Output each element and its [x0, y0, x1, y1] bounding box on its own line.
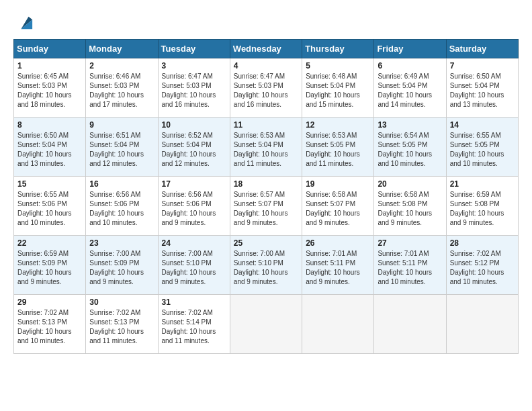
- calendar-week-4: 15Sunrise: 6:55 AMSunset: 5:06 PMDayligh…: [14, 177, 519, 236]
- calendar-cell: 18Sunrise: 6:57 AMSunset: 5:07 PMDayligh…: [230, 177, 302, 236]
- calendar-cell: 22Sunrise: 6:59 AMSunset: 5:09 PMDayligh…: [14, 236, 86, 295]
- calendar-cell: [302, 295, 374, 354]
- day-info: Sunrise: 6:51 AMSunset: 5:04 PMDaylight:…: [89, 131, 154, 169]
- day-number: 16: [89, 179, 154, 189]
- calendar-cell: 14Sunrise: 6:55 AMSunset: 5:05 PMDayligh…: [446, 118, 518, 177]
- day-number: 19: [306, 179, 370, 189]
- day-number: 9: [89, 120, 154, 130]
- day-number: 30: [89, 298, 154, 307]
- calendar-header-row: SundayMondayTuesdayWednesdayThursdayFrid…: [14, 40, 519, 58]
- day-number: 23: [89, 238, 154, 248]
- calendar-week-6: 29Sunrise: 7:02 AMSunset: 5:13 PMDayligh…: [14, 295, 519, 354]
- calendar-cell: 6Sunrise: 6:49 AMSunset: 5:04 PMDaylight…: [374, 58, 446, 118]
- calendar-cell: 19Sunrise: 6:58 AMSunset: 5:07 PMDayligh…: [302, 177, 374, 236]
- day-info: Sunrise: 6:47 AMSunset: 5:03 PMDaylight:…: [162, 72, 226, 109]
- day-info: Sunrise: 6:54 AMSunset: 5:05 PMDaylight:…: [378, 131, 442, 169]
- day-info: Sunrise: 6:47 AMSunset: 5:03 PMDaylight:…: [234, 72, 298, 109]
- day-number: 26: [306, 238, 370, 248]
- day-number: 27: [378, 238, 442, 248]
- calendar-cell: 9Sunrise: 6:51 AMSunset: 5:04 PMDaylight…: [86, 118, 158, 177]
- day-info: Sunrise: 6:55 AMSunset: 5:06 PMDaylight:…: [17, 190, 82, 228]
- day-info: Sunrise: 6:57 AMSunset: 5:07 PMDaylight:…: [234, 190, 298, 228]
- page-header: [13, 13, 519, 32]
- day-number: 13: [378, 120, 442, 130]
- calendar-cell: 27Sunrise: 7:01 AMSunset: 5:11 PMDayligh…: [374, 236, 446, 295]
- calendar-cell: 20Sunrise: 6:58 AMSunset: 5:08 PMDayligh…: [374, 177, 446, 236]
- calendar-cell: 28Sunrise: 7:02 AMSunset: 5:12 PMDayligh…: [446, 236, 518, 295]
- day-info: Sunrise: 6:49 AMSunset: 5:04 PMDaylight:…: [378, 72, 442, 109]
- calendar-cell: 10Sunrise: 6:52 AMSunset: 5:04 PMDayligh…: [158, 118, 230, 177]
- calendar-cell: 31Sunrise: 7:02 AMSunset: 5:14 PMDayligh…: [158, 295, 230, 354]
- calendar-cell: 29Sunrise: 7:02 AMSunset: 5:13 PMDayligh…: [14, 295, 86, 354]
- calendar-cell: 13Sunrise: 6:54 AMSunset: 5:05 PMDayligh…: [374, 118, 446, 177]
- calendar-cell: 16Sunrise: 6:56 AMSunset: 5:06 PMDayligh…: [86, 177, 158, 236]
- calendar-header-friday: Friday: [374, 40, 446, 58]
- calendar-cell: 3Sunrise: 6:47 AMSunset: 5:03 PMDaylight…: [158, 58, 230, 118]
- day-info: Sunrise: 6:50 AMSunset: 5:04 PMDaylight:…: [17, 131, 82, 169]
- calendar-header-thursday: Thursday: [302, 40, 374, 58]
- day-number: 14: [450, 120, 515, 130]
- day-info: Sunrise: 7:00 AMSunset: 5:10 PMDaylight:…: [162, 249, 226, 287]
- day-info: Sunrise: 7:01 AMSunset: 5:11 PMDaylight:…: [306, 249, 370, 287]
- calendar-cell: [230, 295, 302, 354]
- day-info: Sunrise: 6:59 AMSunset: 5:08 PMDaylight:…: [450, 190, 515, 228]
- calendar-header-monday: Monday: [86, 40, 158, 58]
- day-number: 28: [450, 238, 515, 248]
- calendar-cell: 24Sunrise: 7:00 AMSunset: 5:10 PMDayligh…: [158, 236, 230, 295]
- day-number: 12: [306, 120, 370, 130]
- day-info: Sunrise: 6:56 AMSunset: 5:06 PMDaylight:…: [162, 190, 226, 228]
- day-info: Sunrise: 7:02 AMSunset: 5:13 PMDaylight:…: [17, 308, 82, 346]
- calendar-cell: 4Sunrise: 6:47 AMSunset: 5:03 PMDaylight…: [230, 58, 302, 118]
- day-info: Sunrise: 7:00 AMSunset: 5:09 PMDaylight:…: [89, 249, 154, 287]
- day-number: 25: [234, 238, 298, 248]
- day-number: 24: [162, 238, 226, 248]
- calendar-header-sunday: Sunday: [14, 40, 86, 58]
- day-info: Sunrise: 6:53 AMSunset: 5:05 PMDaylight:…: [306, 131, 370, 169]
- day-info: Sunrise: 6:56 AMSunset: 5:06 PMDaylight:…: [89, 190, 154, 228]
- day-number: 6: [378, 61, 442, 71]
- day-info: Sunrise: 6:52 AMSunset: 5:04 PMDaylight:…: [162, 131, 226, 169]
- day-number: 18: [234, 179, 298, 189]
- day-info: Sunrise: 7:02 AMSunset: 5:13 PMDaylight:…: [89, 308, 154, 346]
- day-info: Sunrise: 6:50 AMSunset: 5:04 PMDaylight:…: [450, 72, 515, 109]
- day-number: 2: [89, 61, 154, 71]
- calendar-header-saturday: Saturday: [446, 40, 518, 58]
- day-info: Sunrise: 7:02 AMSunset: 5:12 PMDaylight:…: [450, 249, 515, 287]
- logo-icon: [15, 13, 34, 32]
- day-number: 5: [306, 61, 370, 71]
- calendar-table: SundayMondayTuesdayWednesdayThursdayFrid…: [13, 39, 519, 354]
- calendar-cell: 15Sunrise: 6:55 AMSunset: 5:06 PMDayligh…: [14, 177, 86, 236]
- calendar-cell: 26Sunrise: 7:01 AMSunset: 5:11 PMDayligh…: [302, 236, 374, 295]
- day-info: Sunrise: 6:58 AMSunset: 5:07 PMDaylight:…: [306, 190, 370, 228]
- calendar-header-wednesday: Wednesday: [230, 40, 302, 58]
- calendar-cell: 2Sunrise: 6:46 AMSunset: 5:03 PMDaylight…: [86, 58, 158, 118]
- calendar-week-2: 1Sunrise: 6:45 AMSunset: 5:03 PMDaylight…: [14, 58, 519, 118]
- calendar-cell: 23Sunrise: 7:00 AMSunset: 5:09 PMDayligh…: [86, 236, 158, 295]
- day-number: 8: [17, 120, 82, 130]
- calendar-cell: 17Sunrise: 6:56 AMSunset: 5:06 PMDayligh…: [158, 177, 230, 236]
- calendar-header-tuesday: Tuesday: [158, 40, 230, 58]
- day-number: 15: [17, 179, 82, 189]
- day-number: 1: [17, 61, 82, 71]
- day-info: Sunrise: 7:01 AMSunset: 5:11 PMDaylight:…: [378, 249, 442, 287]
- calendar-cell: 30Sunrise: 7:02 AMSunset: 5:13 PMDayligh…: [86, 295, 158, 354]
- day-info: Sunrise: 6:58 AMSunset: 5:08 PMDaylight:…: [378, 190, 442, 228]
- day-number: 10: [162, 120, 226, 130]
- logo: [13, 13, 34, 32]
- day-info: Sunrise: 7:00 AMSunset: 5:10 PMDaylight:…: [234, 249, 298, 287]
- day-info: Sunrise: 6:55 AMSunset: 5:05 PMDaylight:…: [450, 131, 515, 169]
- calendar-cell: 21Sunrise: 6:59 AMSunset: 5:08 PMDayligh…: [446, 177, 518, 236]
- day-info: Sunrise: 7:02 AMSunset: 5:14 PMDaylight:…: [162, 308, 226, 346]
- day-number: 4: [234, 61, 298, 71]
- calendar-cell: 12Sunrise: 6:53 AMSunset: 5:05 PMDayligh…: [302, 118, 374, 177]
- calendar-cell: [446, 295, 518, 354]
- calendar-cell: [374, 295, 446, 354]
- day-number: 3: [162, 61, 226, 71]
- day-number: 7: [450, 61, 515, 71]
- day-number: 17: [162, 179, 226, 189]
- calendar-cell: 11Sunrise: 6:53 AMSunset: 5:04 PMDayligh…: [230, 118, 302, 177]
- day-info: Sunrise: 6:46 AMSunset: 5:03 PMDaylight:…: [89, 72, 154, 109]
- calendar-cell: 7Sunrise: 6:50 AMSunset: 5:04 PMDaylight…: [446, 58, 518, 118]
- calendar-cell: 1Sunrise: 6:45 AMSunset: 5:03 PMDaylight…: [14, 58, 86, 118]
- calendar-cell: 5Sunrise: 6:48 AMSunset: 5:04 PMDaylight…: [302, 58, 374, 118]
